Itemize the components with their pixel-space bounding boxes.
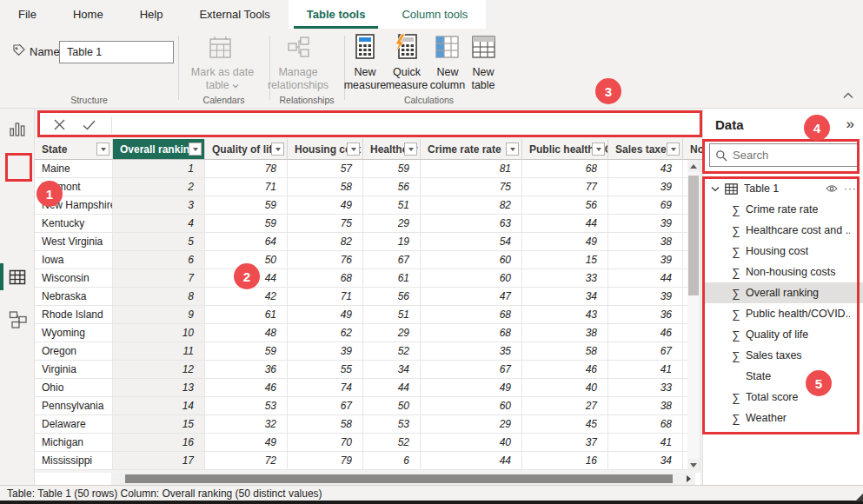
value-cell[interactable]: 67	[363, 251, 421, 269]
value-cell[interactable]: 46	[608, 324, 683, 342]
state-cell[interactable]: Wyoming	[35, 324, 113, 342]
value-cell[interactable]: 40	[421, 434, 522, 452]
value-cell[interactable]: 48	[205, 324, 288, 342]
field-item-crime-rate-rate[interactable]: ∑Crime rate rate	[703, 199, 863, 220]
column-filter-dropdown-icon[interactable]	[347, 143, 360, 156]
value-cell[interactable]: 38	[608, 397, 683, 415]
value-cell[interactable]: 39	[608, 178, 683, 196]
value-cell[interactable]: 14	[113, 397, 205, 415]
value-cell[interactable]: 60	[421, 251, 522, 269]
field-item-total-score[interactable]: ∑Total score	[703, 387, 863, 408]
table-name[interactable]: Table 1	[744, 182, 779, 195]
scroll-up-icon[interactable]	[687, 160, 700, 172]
value-cell[interactable]: 29	[363, 215, 421, 233]
state-cell[interactable]: Virginia	[35, 361, 113, 379]
state-cell[interactable]: Vermont	[35, 178, 113, 196]
new-table-button[interactable]: New table	[460, 66, 507, 92]
state-cell[interactable]: Nebraska	[35, 288, 113, 306]
value-cell[interactable]: 38	[522, 324, 608, 342]
field-item-non-housing-costs[interactable]: ∑Non-housing costs	[703, 262, 863, 282]
value-cell[interactable]: 79	[288, 452, 363, 470]
value-cell[interactable]: 43	[522, 306, 608, 324]
value-cell[interactable]: 78	[205, 160, 288, 178]
value-cell[interactable]: 47	[421, 288, 522, 306]
collapse-pane-icon[interactable]: »	[846, 116, 854, 133]
value-cell[interactable]: 8	[113, 288, 205, 306]
value-cell[interactable]: 67	[288, 397, 363, 415]
column-filter-dropdown-icon[interactable]	[96, 143, 110, 156]
search-input[interactable]	[733, 149, 853, 162]
column-header-quality-of-life[interactable]: Quality of life	[205, 139, 288, 160]
state-cell[interactable]: Delaware	[35, 415, 113, 434]
value-cell[interactable]: 33	[608, 379, 683, 397]
tab-file[interactable]: File	[0, 0, 55, 29]
value-cell[interactable]: 51	[363, 306, 421, 324]
state-cell[interactable]: West Virginia	[35, 233, 113, 251]
value-cell[interactable]: 68	[421, 324, 522, 342]
value-cell[interactable]: 7	[113, 269, 205, 288]
tab-home[interactable]: Home	[55, 0, 122, 29]
value-cell[interactable]: 2	[113, 178, 205, 196]
column-filter-dropdown-icon[interactable]	[506, 143, 519, 156]
collapse-ribbon-icon[interactable]	[842, 91, 856, 103]
value-cell[interactable]: 56	[363, 178, 421, 196]
value-cell[interactable]: 36	[205, 361, 288, 379]
value-cell[interactable]: 38	[608, 233, 683, 251]
state-cell[interactable]: Iowa	[35, 251, 113, 269]
field-item-overall-ranking[interactable]: ∑Overall ranking	[703, 282, 863, 303]
model-view-icon[interactable]	[9, 310, 26, 328]
value-cell[interactable]: 37	[522, 434, 608, 452]
value-cell[interactable]: 58	[288, 178, 363, 196]
value-cell[interactable]: 68	[288, 269, 363, 288]
field-item-weather[interactable]: ∑Weather	[703, 408, 863, 428]
value-cell[interactable]: 68	[421, 306, 522, 324]
value-cell[interactable]: 75	[421, 178, 522, 196]
value-cell[interactable]: 33	[522, 269, 608, 288]
value-cell[interactable]: 59	[205, 196, 288, 215]
column-filter-dropdown-icon[interactable]	[667, 143, 680, 156]
value-cell[interactable]: 77	[522, 178, 608, 196]
value-cell[interactable]: 63	[421, 215, 522, 233]
value-cell[interactable]: 39	[608, 215, 683, 233]
value-cell[interactable]: 39	[608, 251, 683, 269]
value-cell[interactable]: 4	[113, 215, 205, 233]
state-cell[interactable]: New Hampshire	[35, 196, 113, 215]
value-cell[interactable]: 58	[522, 342, 608, 361]
value-cell[interactable]: 16	[113, 434, 205, 452]
value-cell[interactable]: 19	[363, 233, 421, 251]
value-cell[interactable]: 36	[608, 306, 683, 324]
value-cell[interactable]: 12	[113, 361, 205, 379]
value-cell[interactable]: 74	[288, 379, 363, 397]
value-cell[interactable]: 46	[522, 361, 608, 379]
value-cell[interactable]: 60	[421, 397, 522, 415]
column-header-state[interactable]: State	[35, 139, 113, 160]
value-cell[interactable]: 68	[522, 160, 608, 178]
vertical-scroll-thumb[interactable]	[688, 176, 699, 295]
value-cell[interactable]: 42	[205, 288, 288, 306]
horizontal-scrollbar[interactable]	[35, 473, 700, 485]
value-cell[interactable]: 34	[608, 452, 683, 470]
value-cell[interactable]: 52	[363, 434, 421, 452]
value-cell[interactable]: 34	[363, 361, 421, 379]
data-view-icon[interactable]	[9, 269, 26, 286]
value-cell[interactable]: 44	[421, 452, 522, 470]
value-cell[interactable]: 59	[205, 342, 288, 361]
value-cell[interactable]: 71	[205, 178, 288, 196]
value-cell[interactable]: 32	[205, 415, 288, 434]
value-cell[interactable]: 61	[363, 269, 421, 288]
value-cell[interactable]: 68	[608, 415, 683, 434]
value-cell[interactable]: 82	[288, 233, 363, 251]
cancel-formula-icon[interactable]	[54, 119, 65, 130]
value-cell[interactable]: 16	[522, 452, 608, 470]
value-cell[interactable]: 10	[113, 324, 205, 342]
manage-relationships-button[interactable]: Manage relationships	[258, 66, 338, 92]
value-cell[interactable]: 61	[205, 306, 288, 324]
tab-table-tools[interactable]: Table tools	[289, 0, 384, 29]
value-cell[interactable]: 58	[288, 415, 363, 434]
value-cell[interactable]: 13	[113, 379, 205, 397]
value-cell[interactable]: 29	[363, 324, 421, 342]
column-header-healthcar[interactable]: Healthcar	[363, 139, 421, 160]
field-item-quality-of-life[interactable]: ∑Quality of life	[703, 324, 863, 345]
value-cell[interactable]: 64	[205, 233, 288, 251]
value-cell[interactable]: 40	[522, 379, 608, 397]
